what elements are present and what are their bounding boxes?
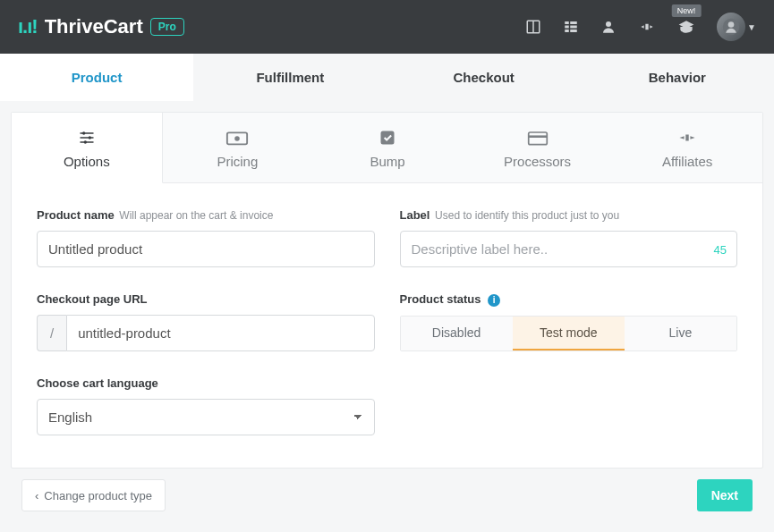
svg-point-13 bbox=[83, 140, 86, 143]
product-name-label: Product name Will appear on the cart & i… bbox=[37, 208, 375, 222]
label-text: Product status bbox=[400, 292, 481, 306]
svg-rect-7 bbox=[570, 30, 577, 32]
label-input[interactable] bbox=[400, 231, 738, 267]
svg-rect-2 bbox=[565, 21, 569, 24]
pro-badge: Pro bbox=[150, 18, 184, 36]
label-hint: Used to identify this product just to yo… bbox=[435, 209, 619, 222]
status-toggle: Disabled Test mode Live bbox=[400, 316, 738, 351]
options-icon bbox=[77, 129, 97, 147]
app-header: ı.ı! ThriveCart Pro New! ▼ bbox=[0, 0, 774, 54]
status-live[interactable]: Live bbox=[625, 317, 736, 350]
svg-point-10 bbox=[728, 21, 735, 28]
svg-rect-17 bbox=[528, 132, 547, 145]
info-icon[interactable]: i bbox=[488, 294, 500, 307]
field-language: Choose cart language English bbox=[37, 376, 375, 435]
list-icon[interactable] bbox=[563, 19, 579, 35]
status-label: Product status i bbox=[400, 292, 738, 307]
language-select[interactable]: English bbox=[37, 399, 375, 435]
chevron-left-icon: ‹ bbox=[35, 489, 38, 502]
tab-behavior[interactable]: Behavior bbox=[581, 54, 774, 101]
next-button[interactable]: Next bbox=[697, 479, 753, 511]
subtab-options[interactable]: Options bbox=[12, 113, 163, 183]
account-menu[interactable]: ▼ bbox=[717, 13, 756, 41]
svg-point-8 bbox=[606, 21, 611, 27]
subtab-label: Options bbox=[64, 154, 110, 169]
field-status: Product status i Disabled Test mode Live bbox=[400, 292, 738, 351]
avatar-icon bbox=[717, 13, 745, 41]
char-count: 45 bbox=[714, 242, 727, 256]
label-text: Product name bbox=[37, 208, 115, 222]
subtab-pricing[interactable]: Pricing bbox=[163, 113, 313, 182]
new-badge: New! bbox=[672, 4, 702, 17]
chevron-down-icon: ▼ bbox=[747, 22, 756, 32]
svg-rect-18 bbox=[528, 135, 547, 138]
svg-rect-5 bbox=[570, 26, 577, 29]
svg-rect-16 bbox=[380, 131, 394, 145]
status-disabled[interactable]: Disabled bbox=[401, 317, 513, 350]
affiliates-icon[interactable] bbox=[638, 19, 656, 35]
svg-point-15 bbox=[235, 136, 241, 141]
product-panel: Options Pricing Bump Processors Affiliat… bbox=[11, 112, 763, 469]
tab-checkout[interactable]: Checkout bbox=[387, 54, 581, 101]
language-label: Choose cart language bbox=[37, 376, 375, 390]
svg-point-12 bbox=[88, 136, 90, 139]
subtab-affiliates[interactable]: Affiliates bbox=[612, 113, 762, 182]
subtab-label: Processors bbox=[504, 154, 571, 169]
user-icon[interactable] bbox=[600, 19, 617, 35]
dashboard-icon[interactable] bbox=[525, 19, 541, 35]
svg-point-11 bbox=[82, 131, 85, 134]
url-input[interactable] bbox=[66, 315, 374, 351]
options-form: Product name Will appear on the cart & i… bbox=[12, 183, 762, 468]
subtab-label: Affiliates bbox=[662, 154, 712, 169]
logo-text: ThriveCart bbox=[45, 15, 143, 38]
svg-rect-3 bbox=[570, 21, 577, 24]
bump-icon bbox=[378, 129, 396, 147]
tab-product[interactable]: Product bbox=[0, 54, 193, 101]
status-test-mode[interactable]: Test mode bbox=[513, 317, 625, 350]
primary-tabs: Product Fulfillment Checkout Behavior bbox=[0, 54, 774, 101]
logo[interactable]: ı.ı! ThriveCart Pro bbox=[18, 15, 184, 38]
label-hint: Will appear on the cart & invoice bbox=[119, 209, 273, 222]
back-label: Change product type bbox=[44, 489, 152, 502]
label-label: Label Used to identify this product just… bbox=[400, 208, 738, 222]
subtab-label: Bump bbox=[370, 154, 404, 169]
field-label: Label Used to identify this product just… bbox=[400, 208, 738, 267]
url-prefix: / bbox=[37, 315, 66, 351]
sub-tabs: Options Pricing Bump Processors Affiliat… bbox=[12, 113, 762, 183]
pricing-icon bbox=[225, 129, 249, 147]
processors-icon bbox=[527, 129, 549, 147]
change-product-type-button[interactable]: ‹ Change product type bbox=[21, 479, 166, 511]
tab-fulfillment[interactable]: Fulfillment bbox=[193, 54, 387, 101]
header-nav: New! ▼ bbox=[525, 13, 756, 41]
product-name-input[interactable] bbox=[37, 231, 375, 267]
subtab-bump[interactable]: Bump bbox=[312, 113, 463, 182]
affiliates-icon bbox=[676, 129, 698, 147]
field-url: Checkout page URL / bbox=[37, 292, 375, 351]
svg-rect-6 bbox=[565, 30, 569, 32]
subtab-processors[interactable]: Processors bbox=[463, 113, 613, 182]
logo-mark-icon: ı.ı! bbox=[18, 15, 38, 38]
url-label: Checkout page URL bbox=[37, 292, 375, 306]
footer-actions: ‹ Change product type Next bbox=[11, 469, 763, 522]
learn-icon[interactable]: New! bbox=[677, 19, 695, 35]
svg-rect-4 bbox=[565, 26, 569, 29]
subtab-label: Pricing bbox=[217, 154, 258, 169]
label-text: Label bbox=[400, 208, 430, 222]
field-product-name: Product name Will appear on the cart & i… bbox=[37, 208, 375, 267]
